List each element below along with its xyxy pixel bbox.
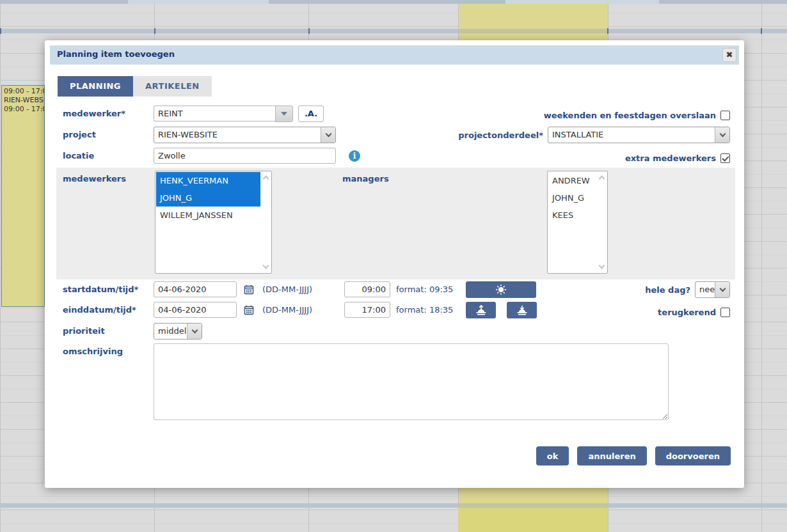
highlighted-cell: [458, 508, 608, 532]
scheduler-footer-band: [0, 503, 787, 508]
weekenden-label: weekenden en feestdagen overslaan: [544, 111, 716, 120]
chevron-down-icon: [321, 127, 335, 143]
scroll-up-icon[interactable]: [599, 176, 605, 182]
band-tick: [308, 28, 310, 34]
date-format-hint: (DD-MM-JJJJ): [262, 285, 312, 294]
time-format-hint: format: 18:35: [396, 305, 453, 315]
band-tick: [607, 28, 608, 34]
hele-dag-select[interactable]: nee: [695, 281, 730, 298]
dialog-header: Planning item toevoegen ✖: [50, 45, 739, 65]
list-item[interactable]: JOHN_G: [548, 189, 596, 207]
scheduler-top-strip: [0, 0, 787, 4]
project-value: RIEN-WEBSITE: [154, 127, 321, 143]
scheduler-header-band: [0, 29, 787, 33]
extra-medewerkers-label: extra medewerkers: [625, 153, 716, 163]
strip-segment: [128, 0, 269, 4]
weekenden-checkbox[interactable]: [720, 111, 730, 120]
grid-column-line: [761, 0, 762, 532]
sun-icon[interactable]: [466, 281, 536, 298]
grid-column-line: [0, 0, 1, 532]
list-item[interactable]: HENK_VEERMAN: [156, 172, 260, 189]
hele-dag-value: nee: [696, 282, 715, 297]
chevron-down-icon: [715, 127, 729, 143]
extra-medewerkers-checkbox[interactable]: [720, 153, 730, 163]
prioriteit-value: middel: [154, 324, 187, 339]
calendar-event[interactable]: 09:00 - 17:00 RIEN-WEBSITE 09:00 - 17:00: [1, 85, 45, 307]
projectonderdeel-label: projectonderdeel*: [458, 130, 543, 140]
date-format-hint: (DD-MM-JJJJ): [262, 305, 312, 315]
list-item[interactable]: WILLEM_JANSSEN: [156, 207, 260, 224]
medewerkers-label: medewerkers: [63, 174, 126, 184]
prioriteit-select[interactable]: middel: [154, 323, 202, 340]
calendar-icon[interactable]: [242, 281, 256, 297]
band-over-highlight: [458, 29, 608, 33]
omschrijving-label: omschrijving: [63, 347, 123, 356]
chevron-down-icon: [715, 282, 729, 297]
medewerkers-listbox: HENK_VEERMAN JOHN_G WILLEM_JANSSEN: [155, 171, 272, 274]
sunrise-icon[interactable]: [466, 302, 496, 318]
band-tick: [761, 28, 762, 34]
einddatum-input[interactable]: [154, 302, 237, 318]
project-label: project: [63, 130, 96, 139]
hele-dag-label: hele dag?: [645, 285, 690, 295]
band-tick: [154, 28, 155, 34]
ok-button[interactable]: ok: [536, 446, 569, 465]
event-title: RIEN-WEBSITE: [4, 96, 44, 105]
event-time: 09:00 - 17:00: [4, 105, 44, 114]
medewerker-input[interactable]: [154, 106, 275, 121]
listbox-items: HENK_VEERMAN JOHN_G WILLEM_JANSSEN: [156, 172, 260, 224]
startdatum-label: startdatum/tijd*: [63, 285, 138, 294]
prioriteit-label: prioriteit: [63, 326, 105, 336]
event-time: 09:00 - 17:00: [4, 87, 44, 96]
initials-picker-button[interactable]: .A.: [298, 106, 324, 122]
medewerker-dropdown-button[interactable]: [275, 106, 293, 122]
dropdown-triangle-icon: [281, 112, 287, 116]
tab-planning[interactable]: PLANNING: [58, 76, 133, 97]
doorvoeren-button[interactable]: doorvoeren: [655, 446, 731, 465]
planning-item-dialog: Planning item toevoegen ✖ PLANNING ARTIK…: [45, 40, 744, 488]
scroll-down-icon[interactable]: [599, 263, 605, 269]
locatie-input[interactable]: [154, 148, 336, 164]
band-tick: [0, 28, 1, 34]
medewerker-combo: .A.: [154, 106, 324, 122]
list-item[interactable]: KEES: [548, 207, 596, 224]
medewerker-label: medewerker*: [63, 109, 125, 118]
close-icon[interactable]: ✖: [722, 48, 736, 62]
startdatum-input[interactable]: [154, 281, 237, 297]
managers-listbox: ANDREW JOHN_G KEES: [547, 171, 608, 274]
einddatum-label: einddatum/tijd*: [63, 305, 136, 315]
scroll-up-icon[interactable]: [263, 176, 269, 182]
tab-artikelen[interactable]: ARTIKELEN: [133, 76, 212, 97]
managers-label: managers: [342, 174, 389, 184]
omschrijving-textarea[interactable]: [154, 343, 669, 420]
annuleren-button[interactable]: annuleren: [577, 446, 646, 465]
list-item[interactable]: JOHN_G: [156, 189, 260, 207]
strip-segment: [505, 0, 659, 4]
calendar-icon[interactable]: [242, 302, 256, 318]
listbox-scrollbar[interactable]: [597, 171, 607, 273]
terugkerend-label: terugkerend: [658, 308, 716, 317]
list-item[interactable]: ANDREW: [548, 172, 596, 189]
scroll-down-icon[interactable]: [263, 263, 269, 269]
listbox-items: ANDREW JOHN_G KEES: [548, 172, 596, 224]
sunset-icon[interactable]: [507, 302, 537, 318]
terugkerend-checkbox[interactable]: [720, 308, 730, 317]
starttijd-input[interactable]: [344, 281, 390, 297]
tab-bar: PLANNING ARTIKELEN: [58, 76, 212, 97]
band-over-highlight: [458, 503, 608, 508]
locatie-label: locatie: [63, 151, 94, 160]
project-select[interactable]: RIEN-WEBSITE: [154, 127, 336, 143]
eindtijd-input[interactable]: [344, 302, 390, 318]
projectonderdeel-select[interactable]: INSTALLATIE: [548, 127, 730, 143]
projectonderdeel-value: INSTALLATIE: [548, 127, 715, 143]
dialog-title: Planning item toevoegen: [57, 49, 175, 59]
info-icon[interactable]: i: [349, 150, 360, 162]
chevron-down-icon: [187, 324, 202, 339]
listbox-scrollbar[interactable]: [261, 171, 271, 273]
dialog-body: PLANNING ARTIKELEN medewerker* .A. weeke…: [50, 65, 739, 482]
time-format-hint: format: 09:35: [396, 285, 453, 294]
dialog-button-bar: ok annuleren doorvoeren: [536, 446, 731, 465]
